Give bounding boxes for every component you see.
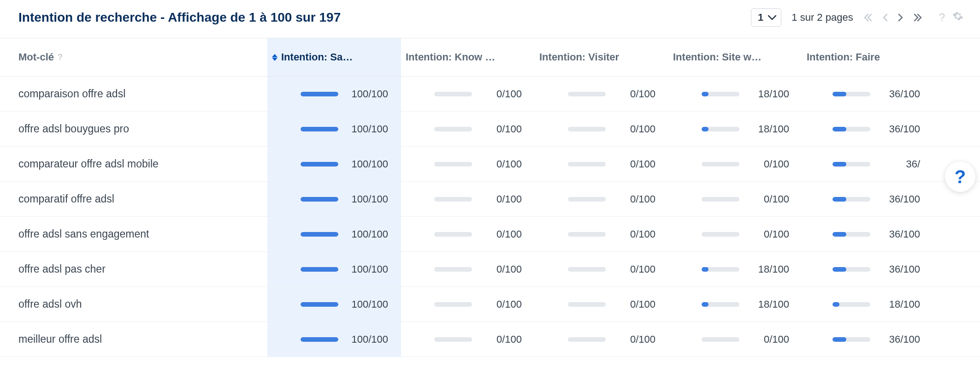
score-value: 0/100 [480, 228, 522, 240]
progress-bar [702, 302, 739, 307]
faire-cell: 36/ [802, 147, 933, 181]
gear-icon[interactable] [952, 11, 963, 24]
keyword-cell[interactable]: offre adsl pas cher [0, 252, 267, 286]
siteweb-cell: 0/100 [668, 217, 802, 251]
progress-bar [832, 162, 870, 167]
score-value: 0/100 [614, 193, 655, 205]
page-select-value: 1 [758, 12, 763, 24]
siteweb-cell: 0/100 [668, 322, 802, 357]
progress-bar [434, 197, 472, 202]
progress-bar [434, 302, 472, 307]
score-value: 0/100 [748, 228, 789, 240]
score-value: 0/100 [480, 298, 522, 310]
visiter-cell: 0/100 [535, 112, 668, 146]
progress-bar [568, 302, 606, 307]
progress-bar [434, 337, 472, 342]
progress-bar [434, 92, 472, 96]
progress-bar [568, 162, 606, 167]
progress-bar [832, 232, 870, 237]
progress-bar [702, 337, 739, 342]
siteweb-cell: 0/100 [668, 182, 802, 216]
progress-bar [434, 162, 472, 167]
col-faire[interactable]: Intention: Faire [802, 38, 933, 76]
prev-page-button[interactable] [882, 13, 888, 22]
table-body: comparaison offre adsl100/1000/1000/1001… [0, 77, 980, 357]
keyword-cell[interactable]: comparateur offre adsl mobile [0, 147, 267, 181]
score-value: 0/100 [614, 263, 655, 275]
score-value: 0/100 [748, 333, 789, 345]
visiter-cell: 0/100 [535, 252, 668, 286]
visiter-cell: 0/100 [535, 322, 668, 357]
know-cell: 0/100 [401, 182, 535, 216]
help-icon[interactable]: ? [939, 11, 945, 24]
score-value: 36/100 [879, 333, 920, 345]
progress-bar [702, 197, 739, 202]
know-cell: 0/100 [401, 252, 535, 286]
score-value: 100/100 [347, 158, 388, 170]
keyword-cell[interactable]: offre adsl sans engagement [0, 217, 267, 251]
page-select[interactable]: 1 [751, 8, 781, 27]
progress-bar [832, 267, 870, 272]
score-value: 18/100 [879, 298, 920, 310]
keyword-cell[interactable]: meilleur offre adsl [0, 322, 267, 357]
keyword-cell[interactable]: offre adsl bouygues pro [0, 112, 267, 146]
siteweb-cell: 0/100 [668, 147, 802, 181]
progress-bar [832, 127, 870, 131]
savoir-cell: 100/100 [267, 287, 401, 321]
faire-cell: 36/100 [802, 182, 933, 216]
table-row: comparaison offre adsl100/1000/1000/1001… [0, 77, 980, 112]
score-value: 36/100 [879, 228, 920, 240]
progress-bar [301, 302, 338, 307]
floating-help-button[interactable]: ? [945, 161, 975, 192]
progress-bar [702, 162, 739, 167]
faire-cell: 36/100 [802, 252, 933, 286]
know-cell: 0/100 [401, 217, 535, 251]
keyword-cell[interactable]: offre adsl ovh [0, 287, 267, 321]
score-value: 100/100 [347, 228, 388, 240]
progress-bar [434, 127, 472, 131]
col-siteweb[interactable]: Intention: Site w… [668, 38, 802, 76]
progress-bar [568, 197, 606, 202]
progress-bar [568, 267, 606, 272]
first-page-button[interactable] [863, 13, 873, 22]
next-page-button[interactable] [897, 13, 904, 22]
score-value: 18/100 [748, 123, 789, 135]
chevron-down-icon [768, 15, 776, 20]
score-value: 36/100 [879, 88, 920, 100]
score-value: 36/100 [879, 123, 920, 135]
visiter-cell: 0/100 [535, 287, 668, 321]
progress-bar [301, 337, 338, 342]
col-visiter[interactable]: Intention: Visiter [535, 38, 668, 76]
progress-bar [301, 127, 338, 131]
score-value: 0/100 [748, 158, 789, 170]
progress-bar [702, 127, 739, 131]
pager-nav [863, 13, 922, 22]
savoir-cell: 100/100 [267, 147, 401, 181]
progress-bar [301, 92, 338, 96]
faire-cell: 18/100 [802, 287, 933, 321]
keyword-cell[interactable]: comparaison offre adsl [0, 77, 267, 111]
col-know[interactable]: Intention: Know … [401, 38, 535, 76]
col-faire-label: Intention: Faire [807, 51, 880, 63]
progress-bar [832, 337, 870, 342]
col-savoir[interactable]: Intention: Sa… [267, 38, 401, 76]
keyword-cell[interactable]: comparatif offre adsl [0, 182, 267, 216]
page-info-text: 1 sur 2 pages [791, 12, 853, 24]
table-row: offre adsl ovh100/1000/1000/10018/10018/… [0, 287, 980, 322]
table-row: offre adsl sans engagement100/1000/1000/… [0, 217, 980, 252]
table-row: comparatif offre adsl100/1000/1000/1000/… [0, 182, 980, 217]
savoir-cell: 100/100 [267, 77, 401, 111]
header-actions: ? [939, 11, 963, 24]
score-value: 0/100 [614, 298, 655, 310]
col-keyword[interactable]: Mot-clé ? [0, 38, 267, 76]
score-value: 36/100 [879, 193, 920, 205]
score-value: 100/100 [347, 298, 388, 310]
help-icon[interactable]: ? [58, 53, 63, 62]
score-value: 0/100 [614, 333, 655, 345]
score-value: 0/100 [614, 158, 655, 170]
score-value: 0/100 [614, 88, 655, 100]
score-value: 0/100 [480, 263, 522, 275]
last-page-button[interactable] [913, 13, 922, 22]
savoir-cell: 100/100 [267, 112, 401, 146]
score-value: 100/100 [347, 263, 388, 275]
